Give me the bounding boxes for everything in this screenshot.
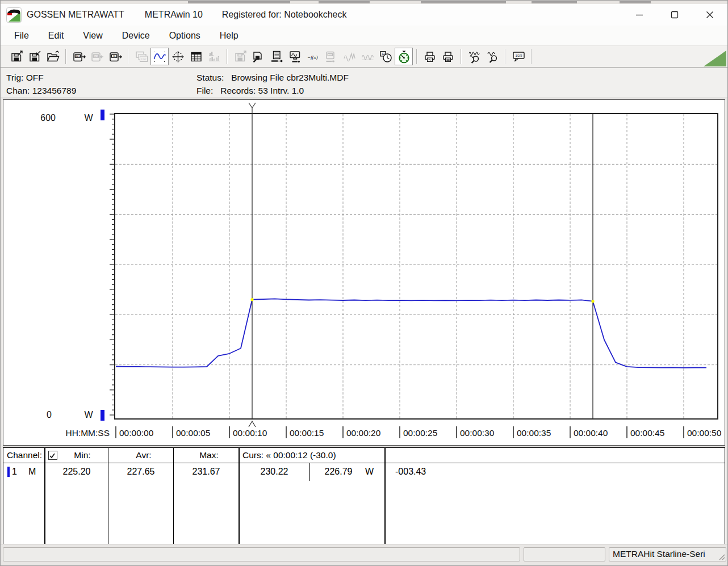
svg-text:1/2/3: 1/2/3 xyxy=(515,53,522,57)
window-controls xyxy=(622,4,727,26)
menu-edit[interactable]: Edit xyxy=(41,29,71,43)
close-button[interactable] xyxy=(692,4,727,26)
save-icon xyxy=(28,50,42,64)
menu-file[interactable]: File xyxy=(7,29,36,43)
svg-text:321: 321 xyxy=(328,53,332,56)
analog-meter-view-button[interactable] xyxy=(169,48,187,65)
table-divider xyxy=(44,448,45,544)
chan-value: 123456789 xyxy=(32,86,77,95)
read-device-button[interactable]: 321 xyxy=(70,48,88,65)
title-brand: GOSSEN METRAWATT xyxy=(27,10,124,20)
cell-channel-mode: M xyxy=(28,467,36,477)
menu-help[interactable]: Help xyxy=(213,29,245,43)
save-as-button[interactable] xyxy=(7,48,26,65)
minimize-button[interactable] xyxy=(622,4,657,26)
send-device-button: 321 xyxy=(88,48,106,65)
cell-max: 231.67 xyxy=(181,467,232,477)
svg-text:00:00:15: 00:00:15 xyxy=(290,428,324,438)
cell-unit: W xyxy=(365,467,374,477)
annotation-button[interactable]: 1/2/3 xyxy=(509,48,528,65)
zoom-horizontal-button[interactable] xyxy=(465,48,483,65)
menu-options[interactable]: Options xyxy=(162,29,207,43)
channel-marker-top xyxy=(101,110,104,120)
save-settings-button[interactable] xyxy=(249,48,267,65)
x-axis-format-label: HH:MM:SS xyxy=(66,428,110,438)
plot-border xyxy=(115,114,718,419)
toolbar-separator xyxy=(227,49,228,64)
wave-envelope-icon xyxy=(361,50,375,64)
y-unit-bottom: W xyxy=(84,410,93,420)
meter-settings-icon: 321 xyxy=(324,50,338,64)
multi-display-button: 1257 xyxy=(132,48,150,65)
toolbar: 321321M1257=f(x)321121/2/3 xyxy=(1,45,727,68)
svg-text:321: 321 xyxy=(94,54,98,57)
wave-trigger-button xyxy=(340,48,358,65)
formula-button[interactable]: =f(x) xyxy=(304,48,322,65)
chart-panel: 600W0WHH:MM:SS00:00:0000:00:0500:00:1000… xyxy=(3,99,725,446)
toolbar-separator xyxy=(531,49,532,64)
y-unit-top: W xyxy=(84,113,93,123)
trig-value: OFF xyxy=(26,73,44,82)
background-text-fragment xyxy=(319,1,370,3)
header-cursor: Curs: « 00:00:12 (-30.0) xyxy=(242,450,336,460)
wave-envelope-button xyxy=(358,48,376,65)
resize-grip-icon[interactable] xyxy=(717,552,725,560)
svg-text:00:00:00: 00:00:00 xyxy=(119,428,154,438)
table-view-button[interactable] xyxy=(187,48,205,65)
svg-text:=f(x): =f(x) xyxy=(307,54,318,60)
zoom-vertical-icon xyxy=(486,50,500,64)
y-min-label: 0 xyxy=(47,410,52,420)
background-text-fragment xyxy=(620,1,651,3)
print-preview-icon xyxy=(423,50,437,64)
export-data-button xyxy=(231,48,249,65)
histogram-view-button xyxy=(205,48,223,65)
header-min: Min: xyxy=(60,450,105,460)
channel-table-header xyxy=(3,448,725,463)
toolbar-separator xyxy=(505,49,506,64)
toolbar-separator xyxy=(128,49,129,64)
svg-text:00:00:30: 00:00:30 xyxy=(460,428,495,438)
table-divider xyxy=(239,448,240,544)
chan-label: Chan: xyxy=(6,84,32,97)
toolbar-corner-grip xyxy=(704,51,726,66)
svg-text:M: M xyxy=(113,54,115,57)
svg-text:00:00:50: 00:00:50 xyxy=(687,428,722,438)
cursor-top-handle[interactable] xyxy=(249,103,256,114)
read-device-icon: 321 xyxy=(72,50,86,64)
print-button[interactable] xyxy=(439,48,457,65)
statusbar-message-panel xyxy=(3,547,520,561)
statusbar-aux-panel xyxy=(524,547,605,561)
channel-color-bar xyxy=(7,467,10,477)
table-divider xyxy=(173,448,174,544)
print-icon xyxy=(441,50,455,64)
save-button[interactable] xyxy=(26,48,44,65)
open-icon xyxy=(46,50,60,64)
print-preview-button[interactable] xyxy=(421,48,439,65)
x-tick-labels: 00:00:0000:00:0500:00:1000:00:1500:00:20… xyxy=(116,426,722,438)
background-text-fragment xyxy=(421,1,506,3)
menu-bar: File Edit View Device Options Help xyxy=(1,26,727,45)
live-gauge-button[interactable] xyxy=(395,48,413,65)
toolbar-separator xyxy=(461,49,462,64)
wave-trigger-icon xyxy=(342,50,357,64)
display-settings-icon xyxy=(288,50,302,64)
menu-device[interactable]: Device xyxy=(115,29,157,43)
channel-visible-checkbox[interactable] xyxy=(48,451,57,460)
cursor-bottom-handle[interactable] xyxy=(249,421,256,427)
maximize-button[interactable] xyxy=(657,4,692,26)
cell-min: 225.20 xyxy=(54,467,99,477)
time-base-button[interactable]: 12 xyxy=(376,48,395,65)
zoom-vertical-button[interactable] xyxy=(483,48,501,65)
formula-icon: =f(x) xyxy=(306,50,320,64)
read-memory-button[interactable]: M xyxy=(106,48,124,65)
open-button[interactable] xyxy=(44,48,62,65)
menu-view[interactable]: View xyxy=(76,29,109,43)
device-settings-button[interactable] xyxy=(267,48,286,65)
device-settings-icon xyxy=(270,50,284,64)
chart-view-button[interactable] xyxy=(150,48,169,65)
display-settings-button[interactable] xyxy=(286,48,304,65)
status-bar: METRAHit Starline-Seri xyxy=(1,544,727,565)
statusbar-device-panel: METRAHit Starline-Seri xyxy=(609,547,726,561)
send-device-icon: 321 xyxy=(90,50,104,64)
cell-delta: -003.43 xyxy=(395,467,426,477)
